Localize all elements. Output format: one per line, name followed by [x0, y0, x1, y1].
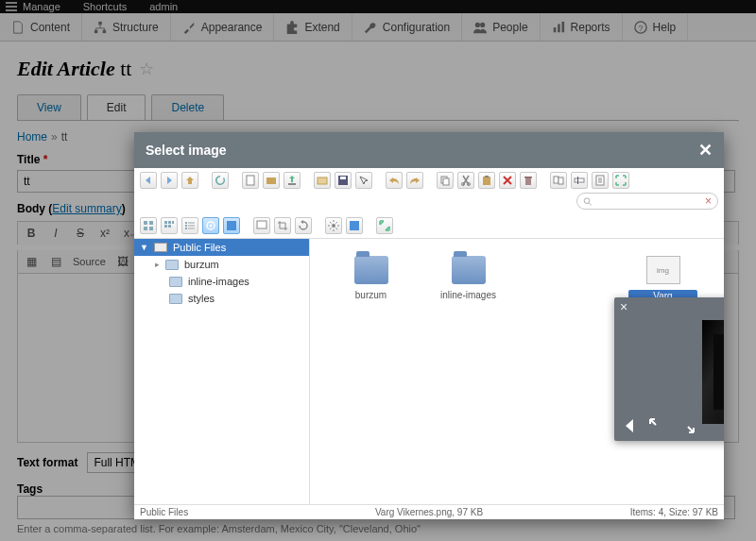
- rename-button[interactable]: [571, 172, 588, 189]
- folder-icon: [169, 294, 182, 304]
- image-thumb: img: [646, 256, 680, 284]
- svg-rect-27: [575, 178, 584, 182]
- svg-rect-23: [525, 178, 531, 185]
- copy-button[interactable]: [437, 172, 454, 189]
- new-file-button[interactable]: [242, 172, 259, 189]
- svg-rect-26: [558, 178, 563, 184]
- settings-button[interactable]: [325, 217, 342, 234]
- modal-title: Select image: [146, 143, 227, 158]
- modal-close-button[interactable]: ✕: [698, 140, 713, 161]
- tree-item-label: inline-images: [188, 276, 249, 287]
- trash-button[interactable]: [520, 172, 537, 189]
- folder-icon: [165, 260, 179, 270]
- undo-button[interactable]: [386, 172, 403, 189]
- svg-point-50: [332, 224, 335, 228]
- delete-button[interactable]: [499, 172, 516, 189]
- folder-icon: [452, 256, 486, 284]
- svg-rect-52: [713, 334, 724, 410]
- fm-search[interactable]: ×: [576, 193, 718, 210]
- back-button[interactable]: [140, 172, 157, 189]
- svg-rect-25: [554, 177, 558, 183]
- fm-statusbar: Public Files Varg Vikernes.png, 97 KB It…: [134, 504, 724, 519]
- open-button[interactable]: [314, 172, 331, 189]
- select-image-modal: Select image ✕: [134, 132, 724, 519]
- duplicate-button[interactable]: [550, 172, 567, 189]
- save-button[interactable]: [335, 172, 352, 189]
- svg-rect-16: [340, 177, 346, 179]
- tree-item-inline-images[interactable]: inline-images: [155, 273, 309, 290]
- image-preview-popup: × Varg Vikernes.png ◢: [614, 297, 724, 441]
- maximize-button[interactable]: [376, 217, 393, 234]
- grid-folder-burzum[interactable]: burzum: [336, 256, 405, 300]
- view-details-button[interactable]: [223, 217, 240, 234]
- view-large-icons-button[interactable]: [140, 217, 157, 234]
- fullscreen-button[interactable]: [612, 172, 629, 189]
- svg-point-47: [210, 225, 213, 228]
- svg-rect-21: [483, 177, 490, 185]
- grid-folder-inline-images[interactable]: inline-images: [434, 256, 503, 300]
- up-button[interactable]: [181, 172, 198, 189]
- preview-expand-button[interactable]: [679, 417, 696, 437]
- status-summary: Items: 4, Size: 97 KB: [525, 507, 718, 517]
- svg-rect-40: [185, 222, 187, 224]
- svg-rect-49: [257, 221, 266, 228]
- svg-rect-37: [172, 221, 174, 224]
- view-list-button[interactable]: [181, 217, 198, 234]
- tree-expand-icon: ▼: [140, 243, 148, 252]
- status-selection: Varg Vikernes.png, 97 KB: [333, 507, 525, 517]
- about-button[interactable]: [346, 217, 363, 234]
- upload-button[interactable]: [284, 172, 301, 189]
- fm-search-input[interactable]: [593, 195, 705, 207]
- file-grid: burzum inline-images img Varg Vikernes.p…: [310, 239, 724, 504]
- svg-rect-35: [164, 221, 167, 224]
- tree-item-burzum[interactable]: ▸burzum: [155, 256, 309, 273]
- svg-rect-24: [524, 177, 532, 178]
- image-resize-button[interactable]: [253, 217, 270, 234]
- fm-search-clear[interactable]: ×: [705, 194, 712, 208]
- svg-point-30: [584, 197, 590, 203]
- select-button[interactable]: [355, 172, 372, 189]
- svg-rect-36: [168, 221, 171, 224]
- svg-rect-12: [266, 178, 276, 184]
- view-preview-button[interactable]: [202, 217, 219, 234]
- tree-root-label: Public Files: [173, 242, 226, 253]
- preview-shrink-button[interactable]: [648, 417, 665, 437]
- tree-root[interactable]: ▼ Public Files: [134, 239, 309, 256]
- status-path: Public Files: [140, 507, 333, 517]
- properties-button[interactable]: [592, 172, 609, 189]
- svg-rect-13: [288, 183, 296, 185]
- folder-icon: [354, 256, 388, 284]
- forward-button[interactable]: [161, 172, 178, 189]
- preview-close-button[interactable]: ×: [620, 299, 627, 314]
- search-icon: [583, 196, 593, 207]
- drive-icon: [154, 243, 167, 252]
- svg-rect-22: [485, 176, 489, 178]
- image-crop-button[interactable]: [274, 217, 291, 234]
- grid-item-label: inline-images: [440, 290, 496, 300]
- svg-rect-43: [188, 225, 195, 227]
- svg-rect-39: [168, 225, 171, 228]
- grid-item-label: burzum: [355, 290, 387, 300]
- svg-rect-41: [188, 222, 195, 224]
- svg-rect-44: [185, 228, 187, 229]
- svg-rect-34: [149, 227, 153, 230]
- tree-item-styles[interactable]: styles: [155, 290, 309, 307]
- paste-button[interactable]: [478, 172, 495, 189]
- file-manager: × ▼: [134, 168, 724, 519]
- preview-nav: [622, 417, 696, 437]
- new-folder-button[interactable]: [263, 172, 280, 189]
- svg-rect-38: [164, 225, 167, 228]
- redo-button[interactable]: [406, 172, 423, 189]
- cut-button[interactable]: [457, 172, 474, 189]
- view-small-icons-button[interactable]: [161, 217, 178, 234]
- refresh-button[interactable]: [212, 172, 229, 189]
- preview-prev-button[interactable]: [622, 417, 639, 437]
- svg-rect-18: [443, 178, 449, 185]
- image-rotate-button[interactable]: [295, 217, 312, 234]
- svg-rect-45: [188, 228, 195, 229]
- svg-rect-51: [350, 221, 359, 230]
- tree-item-label: styles: [188, 293, 215, 304]
- folder-icon: [169, 277, 182, 287]
- tree-item-label: burzum: [184, 259, 219, 270]
- svg-rect-48: [227, 221, 236, 230]
